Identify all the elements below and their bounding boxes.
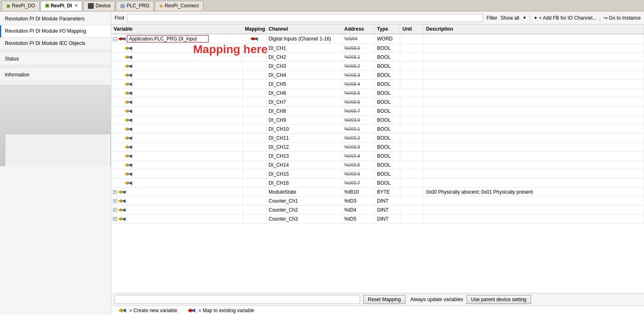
go-to-instance-button[interactable]: ↪ Go to Instance — [603, 15, 641, 21]
cell-description — [423, 80, 644, 89]
separator2 — [600, 14, 600, 22]
table-row[interactable]: DI_CH10%IX9.1BOOL — [111, 125, 644, 134]
expand-button[interactable]: + — [113, 217, 117, 221]
cell-type: BOOL — [374, 71, 400, 80]
table-row[interactable]: DI_CH15%IX9.6BOOL — [111, 170, 644, 179]
sidebar-item-information[interactable]: Information — [0, 69, 111, 81]
cell-variable — [111, 62, 242, 71]
find-input[interactable] — [127, 14, 483, 22]
table-row[interactable]: DI_CH2%IX8.1BOOL — [111, 53, 644, 62]
table-row[interactable]: DI_CH6%IX8.5BOOL — [111, 89, 644, 98]
table-row[interactable]: DI_CH12%IX9.3BOOL — [111, 143, 644, 152]
legend-map-label: = Map to existing variable — [198, 308, 254, 313]
expand-button[interactable]: + — [113, 208, 117, 212]
tree-indent — [119, 90, 124, 96]
cell-unit — [400, 188, 423, 197]
cell-variable — [111, 44, 242, 53]
table-row[interactable]: DI_CH8%IX8.7BOOL — [111, 107, 644, 116]
cell-address: %IX9.2 — [342, 134, 374, 143]
collapse-button[interactable]: − — [113, 37, 117, 41]
tree-indent — [119, 135, 124, 141]
reset-mapping-button[interactable]: Reset Mapping — [363, 295, 405, 304]
svg-marker-47 — [192, 308, 195, 313]
add-fb-button[interactable]: ✦ + Add FB for IO Channel... — [534, 15, 597, 21]
cell-description — [423, 98, 644, 107]
table-row[interactable]: +ModuleState%IB10BYTE0x00 Physically abs… — [111, 188, 644, 197]
cell-variable — [111, 152, 242, 161]
tab-revpi-di[interactable]: ▣ RevPi_DI ✕ — [41, 1, 82, 11]
address-value: %IW4 — [345, 36, 358, 42]
table-row[interactable]: DI_CH3%IX8.2BOOL — [111, 62, 644, 71]
tree-indent — [119, 99, 124, 105]
bottom-bar: Reset Mapping Always update variables Us… — [111, 293, 644, 306]
svg-marker-1 — [122, 37, 126, 41]
expand-button[interactable]: + — [113, 190, 117, 194]
cell-channel: DI_CH4 — [266, 71, 342, 80]
table-row[interactable]: DI_CH1%IX8.0BOOL — [111, 44, 644, 53]
cell-channel: Counter_Ch2 — [266, 206, 342, 214]
cell-address: %IX9.3 — [342, 143, 374, 152]
cell-mapping — [242, 170, 266, 179]
svg-marker-3 — [254, 37, 258, 41]
table-row[interactable]: DI_CH4%IX8.3BOOL — [111, 71, 644, 80]
tab-revpi-do[interactable]: ▣ RevPi_DO — [2, 1, 40, 11]
create-new-var-icon — [124, 46, 133, 51]
create-new-var-icon — [124, 82, 133, 87]
close-icon[interactable]: ✕ — [74, 3, 78, 8]
cell-channel: DI_CH9 — [266, 116, 342, 125]
table-row[interactable]: DI_CH11%IX9.2BOOL — [111, 134, 644, 143]
cell-variable — [111, 89, 242, 98]
sidebar-item-status[interactable]: Status — [0, 53, 111, 65]
cell-mapping — [242, 179, 266, 188]
cell-type: DINT — [374, 197, 400, 206]
address-value: %ID5 — [345, 216, 356, 222]
table-row[interactable]: +Counter_Ch2%ID4DINT — [111, 206, 644, 214]
cell-channel: DI_CH8 — [266, 107, 342, 116]
table-row[interactable]: DI_CH7%IX8.6BOOL — [111, 98, 644, 107]
sidebar-item-parameters[interactable]: Revolution PI DI Module Parameters — [0, 13, 111, 25]
cell-type: WORD — [374, 34, 400, 44]
cell-description — [423, 214, 644, 223]
expand-button[interactable]: + — [113, 199, 117, 203]
cell-mapping — [242, 80, 266, 89]
svg-marker-13 — [129, 83, 132, 86]
cell-description — [423, 89, 644, 98]
arrow-icon: ↪ — [603, 15, 608, 21]
cell-variable — [111, 71, 242, 80]
create-new-var-icon — [124, 118, 133, 123]
table-row[interactable]: DI_CH14%IX9.5BOOL — [111, 161, 644, 170]
tree-indent — [119, 144, 124, 150]
table-row[interactable]: +Counter_Ch1%ID3DINT — [111, 197, 644, 206]
filter-dropdown[interactable]: ▼ — [522, 16, 527, 20]
cell-address: %IX9.7 — [342, 179, 374, 188]
sidebar-item-io-mapping[interactable]: Revolution PI DI Module I/O Mapping — [0, 25, 111, 38]
table-row[interactable]: −Application.PLC_PRG.DI_inputDigital Inp… — [111, 34, 644, 44]
create-new-var-icon — [124, 181, 133, 186]
cell-variable — [111, 53, 242, 62]
tab-plc-prg-label: PLC_PRG — [126, 3, 149, 9]
cell-unit — [400, 197, 423, 206]
table-row[interactable]: DI_CH9%IX9.0BOOL — [111, 116, 644, 125]
cell-address: %ID5 — [342, 214, 374, 223]
use-parent-button[interactable]: Use parent device setting — [466, 295, 531, 304]
table-row[interactable]: DI_CH13%IX9.4BOOL — [111, 152, 644, 161]
variable-input-box[interactable]: Application.PLC_PRG.DI_input — [127, 35, 209, 42]
sidebar-item-iec-objects[interactable]: Revolution PI DI Module IEC Objects — [0, 38, 111, 50]
table-row[interactable]: DI_CH5%IX8.4BOOL — [111, 80, 644, 89]
plc-icon: ▤ — [120, 3, 125, 9]
table-row[interactable]: +Counter_Ch3%ID5DINT — [111, 214, 644, 223]
legend-map: = Map to existing variable — [187, 308, 254, 313]
cell-description — [423, 116, 644, 125]
cell-type: DINT — [374, 214, 400, 223]
tab-revpi-connect-label: RevPi_Connect — [164, 3, 198, 9]
table-row[interactable]: DI_CH16%IX9.7BOOL — [111, 179, 644, 188]
address-value: %IX9.4 — [345, 153, 360, 159]
tab-revpi-do-label: RevPi_DO — [12, 3, 35, 9]
tab-revpi-connect[interactable]: ◈ RevPi_Connect — [155, 1, 203, 11]
cell-address: %IX8.7 — [342, 107, 374, 116]
cell-type: BOOL — [374, 107, 400, 116]
tab-device[interactable]: ⬛ Device — [83, 1, 115, 11]
bottom-input-field[interactable] — [115, 295, 360, 304]
map-variable-icon — [187, 308, 196, 313]
tab-plc-prg[interactable]: ▤ PLC_PRG — [116, 1, 154, 11]
